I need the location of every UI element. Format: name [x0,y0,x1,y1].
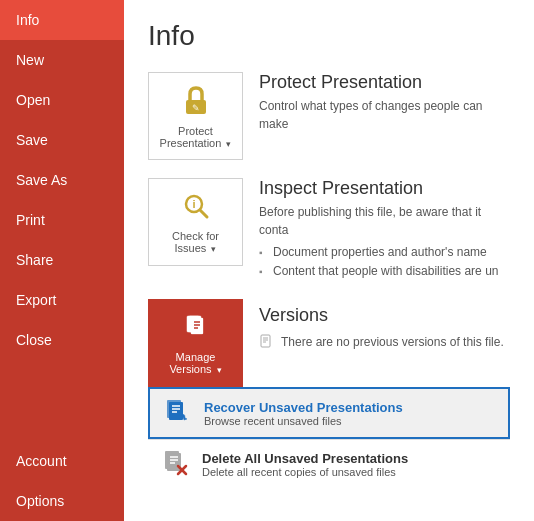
sidebar-item-save-as[interactable]: Save As [0,160,124,200]
sidebar-item-print[interactable]: Print [0,200,124,240]
delete-text: Delete All Unsaved Presentations Delete … [202,451,408,478]
inspect-bullet-1: Document properties and author's name [259,243,510,262]
lock-icon: ✎ [181,84,211,121]
inspect-label: Check forIssues ▾ [172,230,219,254]
svg-rect-12 [261,335,270,347]
sidebar: Info New Open Save Save As Print Share E… [0,0,124,521]
sidebar-item-export[interactable]: Export [0,280,124,320]
sidebar-item-close[interactable]: Close [0,320,124,360]
protect-section: ✎ ProtectPresentation ▾ Protect Presenta… [148,72,510,160]
delete-description: Delete all recent copies of unsaved file… [202,466,408,478]
inspect-description: Before publishing this file, be aware th… [259,203,510,239]
recover-description: Browse recent unsaved files [204,415,403,427]
inspect-bullet-2: Content that people with disabilities ar… [259,262,510,281]
inspect-button[interactable]: i Check forIssues ▾ [148,178,243,266]
sidebar-item-account[interactable]: Account [0,441,124,481]
delete-icon [160,448,192,480]
main-content: Info ✎ ProtectPresentation ▾ Protect Pre… [124,0,534,521]
protect-heading: Protect Presentation [259,72,510,93]
versions-text: Versions There are no previous versions … [259,299,504,354]
recover-text: Recover Unsaved Presentations Browse rec… [204,400,403,427]
svg-text:i: i [192,198,195,210]
svg-line-3 [200,210,207,217]
sidebar-item-share[interactable]: Share [0,240,124,280]
sidebar-item-options[interactable]: Options [0,481,124,521]
versions-heading: Versions [259,305,504,326]
versions-label: ManageVersions ▾ [169,351,221,375]
sidebar-item-info[interactable]: Info [0,0,124,40]
recover-button[interactable]: Recover Unsaved Presentations Browse rec… [148,387,510,439]
svg-rect-8 [191,318,203,334]
protect-text: Protect Presentation Control what types … [259,72,510,133]
inspect-section: i Check forIssues ▾ Inspect Presentation… [148,178,510,281]
inspect-icon: i [181,191,211,226]
versions-doc-icon [259,334,275,350]
inspect-heading: Inspect Presentation [259,178,510,199]
page-title: Info [148,20,510,52]
recover-label: Recover Unsaved Presentations [204,400,403,415]
recover-icon [162,397,194,429]
sidebar-item-save[interactable]: Save [0,120,124,160]
svg-text:✎: ✎ [192,103,200,113]
versions-section: ManageVersions ▾ Versions There are no p… [148,299,510,488]
protect-button[interactable]: ✎ ProtectPresentation ▾ [148,72,243,160]
inspect-bullets: Document properties and author's name Co… [259,243,510,281]
sidebar-item-new[interactable]: New [0,40,124,80]
protect-description: Control what types of changes people can… [259,97,510,133]
no-versions-text: There are no previous versions of this f… [281,335,504,349]
versions-icon [181,312,211,347]
delete-button[interactable]: Delete All Unsaved Presentations Delete … [148,440,510,488]
inspect-text: Inspect Presentation Before publishing t… [259,178,510,281]
delete-label: Delete All Unsaved Presentations [202,451,408,466]
sidebar-item-open[interactable]: Open [0,80,124,120]
manage-versions-button[interactable]: ManageVersions ▾ [148,299,243,387]
protect-label: ProtectPresentation ▾ [160,125,232,149]
versions-header: ManageVersions ▾ Versions There are no p… [148,299,510,387]
svg-rect-17 [169,402,183,420]
